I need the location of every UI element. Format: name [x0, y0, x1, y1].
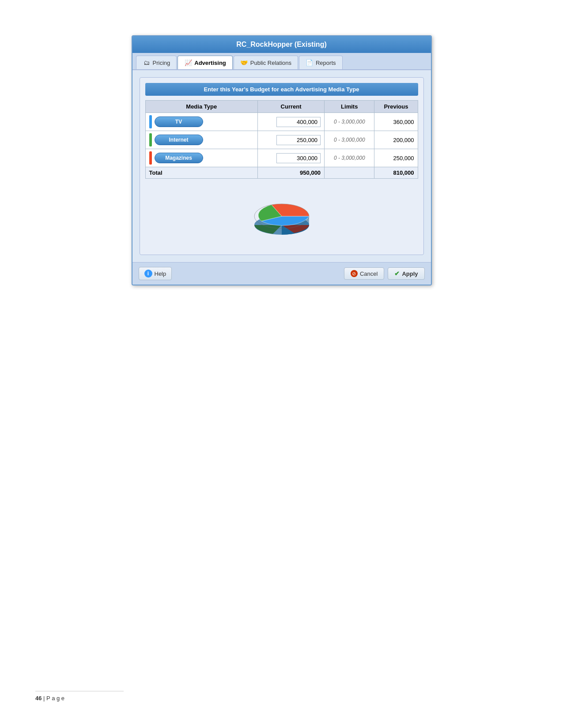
previous-cell-1: 200,000	[374, 131, 418, 149]
media-type-cell-0: TV	[145, 113, 257, 131]
table-row: Internet 0 - 3,000,000 200,000	[145, 131, 418, 149]
limits-cell-0: 0 - 3,000,000	[325, 113, 374, 131]
current-input-tv[interactable]	[276, 117, 321, 127]
tab-pricing[interactable]: 🗂 Pricing	[136, 56, 177, 69]
pr-tab-icon: 🤝	[240, 59, 248, 67]
page-number: 46 | P a g e	[35, 691, 124, 702]
total-row: Total 950,000 810,000	[145, 167, 418, 179]
budget-table: Media Type Current Limits Previous TV	[145, 100, 418, 179]
cancel-button[interactable]: ⊘ Cancel	[344, 267, 384, 280]
media-btn-magazines[interactable]: Magazines	[155, 153, 203, 163]
previous-cell-0: 360,000	[374, 113, 418, 131]
page-word: | P a g e	[43, 695, 64, 702]
tab-advertising[interactable]: 📈 Advertising	[178, 56, 233, 69]
tab-public-relations[interactable]: 🤝 Public Relations	[234, 56, 298, 69]
help-button[interactable]: i Help	[139, 267, 172, 280]
apply-button[interactable]: ✔ Apply	[388, 267, 424, 280]
tab-bar: 🗂 Pricing 📈 Advertising 🤝 Public Relatio…	[132, 53, 431, 70]
current-input-internet[interactable]	[276, 135, 321, 145]
col-limits: Limits	[325, 101, 374, 113]
media-type-cell-2: Magazines	[145, 149, 257, 167]
total-limits	[325, 167, 374, 179]
window-footer: i Help ⊘ Cancel ✔ Apply	[132, 262, 431, 285]
help-label: Help	[155, 270, 166, 277]
limits-cell-1: 0 - 3,000,000	[325, 131, 374, 149]
color-indicator-2	[149, 151, 152, 165]
media-btn-internet[interactable]: Internet	[155, 135, 203, 145]
advertising-tab-icon: 📈	[184, 59, 192, 67]
footer-buttons: ⊘ Cancel ✔ Apply	[344, 267, 425, 280]
current-cell-1	[257, 131, 324, 149]
window-titlebar: RC_RockHopper (Existing)	[132, 36, 431, 53]
main-window: RC_RockHopper (Existing) 🗂 Pricing 📈 Adv…	[132, 35, 432, 285]
media-type-cell-1: Internet	[145, 131, 257, 149]
current-cell-0	[257, 113, 324, 131]
media-btn-tv[interactable]: TV	[155, 116, 203, 127]
limits-cell-2: 0 - 3,000,000	[325, 149, 374, 167]
section-header: Enter this Year's Budget for each Advert…	[145, 83, 418, 96]
help-icon: i	[144, 270, 152, 278]
color-indicator-0	[149, 115, 152, 128]
tab-advertising-label: Advertising	[194, 60, 226, 66]
cancel-label: Cancel	[360, 270, 378, 277]
advertising-panel: Enter this Year's Budget for each Advert…	[140, 77, 424, 255]
window-title: RC_RockHopper (Existing)	[236, 41, 326, 48]
total-previous: 810,000	[374, 167, 418, 179]
apply-label: Apply	[402, 270, 418, 277]
pie-chart	[246, 192, 317, 240]
color-indicator-1	[149, 133, 152, 146]
current-input-magazines[interactable]	[276, 153, 321, 163]
cancel-icon: ⊘	[351, 270, 358, 277]
total-current: 950,000	[257, 167, 324, 179]
table-row: TV 0 - 3,000,000 360,000	[145, 113, 418, 131]
apply-icon: ✔	[394, 270, 400, 277]
pricing-tab-icon: 🗂	[143, 59, 151, 67]
previous-cell-2: 250,000	[374, 149, 418, 167]
col-previous: Previous	[374, 101, 418, 113]
current-cell-2	[257, 149, 324, 167]
section-header-text: Enter this Year's Budget for each Advert…	[204, 86, 359, 93]
chart-area	[145, 179, 418, 249]
tab-pr-label: Public Relations	[250, 60, 291, 66]
total-label: Total	[145, 167, 257, 179]
pie-chart-svg	[246, 192, 317, 240]
window-content: Enter this Year's Budget for each Advert…	[132, 70, 431, 262]
reports-tab-icon: 📄	[306, 59, 314, 67]
page-num-value: 46	[35, 695, 42, 702]
tab-reports-label: Reports	[316, 60, 336, 66]
col-media-type: Media Type	[145, 101, 257, 113]
col-current: Current	[257, 101, 324, 113]
table-row: Magazines 0 - 3,000,000 250,000	[145, 149, 418, 167]
tab-reports[interactable]: 📄 Reports	[299, 56, 343, 69]
tab-pricing-label: Pricing	[153, 60, 170, 66]
